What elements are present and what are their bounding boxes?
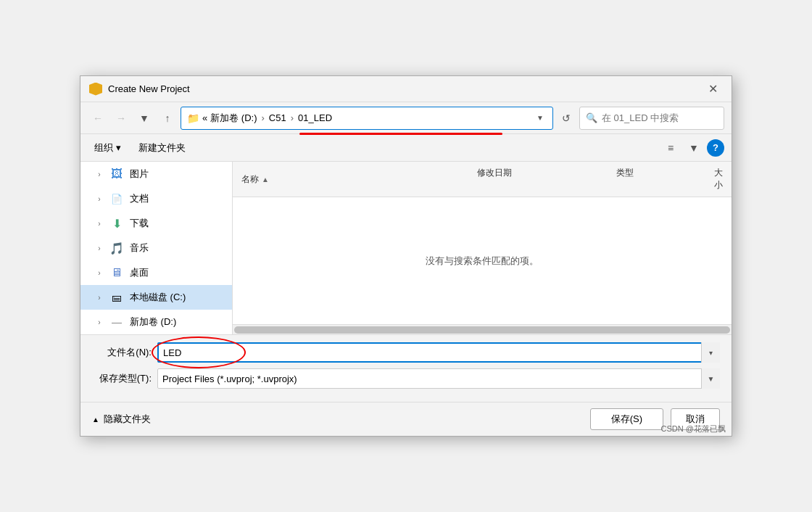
sidebar-label-drive-d: 新加卷 (D:) (130, 315, 176, 329)
file-content-empty: 没有与搜索条件匹配的项。 (233, 197, 732, 324)
hide-folder-toggle[interactable]: ▲ 隐藏文件夹 (92, 413, 151, 426)
navigation-bar: ← → ▼ ↑ 📁 « 新加卷 (D:) › C51 › 01_LED ▼ ↺ … (80, 102, 732, 134)
app-icon (89, 83, 102, 96)
up-button[interactable]: ↑ (157, 108, 178, 128)
watermark: CSDN @花落已飘 (661, 424, 726, 434)
filename-dropdown-button[interactable]: ▾ (701, 342, 720, 363)
forward-button[interactable]: → (111, 108, 131, 128)
col-type-label: 类型 (616, 168, 634, 178)
filetype-row: 保存类型(T): Project Files (*.uvproj; *.uvpr… (92, 368, 720, 389)
action-area: ▲ 隐藏文件夹 保存(S) 取消 (80, 402, 732, 436)
scrollbar-thumb (234, 326, 730, 334)
organize-button[interactable]: 组织 ▾ (88, 139, 128, 157)
search-icon: 🔍 (586, 112, 597, 123)
view-dropdown-button[interactable]: ▼ (684, 138, 704, 158)
sidebar-item-desktop[interactable]: › 🖥 桌面 (80, 260, 232, 285)
dialog-title: Create New Project (108, 83, 190, 94)
hide-folder-arrow: ▲ (92, 416, 99, 424)
col-date-header: 修改日期 (468, 165, 608, 194)
pictures-icon: 🖼 (109, 167, 124, 181)
create-project-dialog: Create New Project ✕ ← → ▼ ↑ 📁 « 新加卷 (D:… (80, 75, 732, 437)
path-prefix: « (202, 112, 207, 123)
path-underline-annotation (299, 133, 502, 135)
music-icon: 🎵 (109, 241, 124, 255)
sidebar-arrow-music: › (95, 244, 104, 252)
horizontal-scrollbar[interactable] (233, 324, 732, 334)
organize-label: 组织 (94, 141, 113, 154)
filename-input[interactable] (157, 342, 720, 363)
desktop-icon: 🖥 (109, 265, 124, 280)
path-sep-1: › (291, 112, 294, 123)
drive-d-icon: — (109, 315, 124, 329)
search-box: 🔍 (579, 107, 724, 130)
file-header: 名称 ▲ 修改日期 类型 大小 (233, 162, 732, 197)
filename-label: 文件名(N): (92, 346, 157, 359)
sidebar: › 🖼 图片 › 📄 文档 › ⬇ 下载 › 🎵 音乐 › 🖥 (80, 162, 233, 334)
filename-row: 文件名(N): ▾ (92, 342, 720, 363)
sidebar-arrow-documents: › (95, 195, 104, 203)
view-toggle-button[interactable]: ≡ (660, 138, 681, 158)
title-bar: Create New Project ✕ (80, 76, 732, 102)
empty-message: 没有与搜索条件匹配的项。 (426, 255, 539, 268)
documents-icon: 📄 (109, 191, 124, 206)
col-size-header: 大小 (705, 165, 732, 194)
form-area: 文件名(N): ▾ 保存类型(T): Project Files (*.uvpr… (80, 334, 732, 402)
drive-c-icon: 🖴 (109, 290, 124, 305)
close-button[interactable]: ✕ (703, 79, 723, 99)
search-input[interactable] (602, 112, 718, 123)
sidebar-label-drive-c: 本地磁盘 (C:) (130, 291, 186, 304)
sidebar-arrow-drive-c: › (95, 294, 104, 302)
sidebar-arrow-downloads: › (95, 220, 104, 228)
title-bar-left: Create New Project (89, 83, 190, 96)
hide-folder-label: 隐藏文件夹 (104, 413, 151, 426)
sidebar-arrow-drive-d: › (95, 318, 104, 326)
path-segment-2: 01_LED (298, 112, 332, 123)
back-button[interactable]: ← (88, 108, 108, 128)
sidebar-arrow-pictures: › (95, 170, 104, 178)
sidebar-label-downloads: 下载 (130, 217, 149, 230)
toolbar-left: 组织 ▾ 新建文件夹 (88, 139, 192, 157)
sidebar-label-music: 音乐 (130, 241, 149, 255)
sidebar-item-pictures[interactable]: › 🖼 图片 (80, 162, 232, 186)
path-dropdown-button[interactable]: ▼ (534, 112, 547, 123)
path-folder-icon: 📁 (187, 112, 199, 124)
sidebar-arrow-desktop: › (95, 269, 104, 277)
filename-input-wrapper: ▾ (157, 342, 720, 363)
sidebar-label-desktop: 桌面 (130, 266, 149, 279)
sidebar-item-music[interactable]: › 🎵 音乐 (80, 236, 232, 260)
path-segment-0: 新加卷 (D:) (210, 112, 257, 125)
toolbar-right: ≡ ▼ ? (660, 138, 724, 158)
col-date-label: 修改日期 (477, 168, 512, 178)
organize-arrow: ▾ (116, 142, 121, 153)
sidebar-label-pictures: 图片 (130, 168, 149, 181)
col-name-label: 名称 (241, 173, 259, 186)
save-button[interactable]: 保存(S) (590, 408, 663, 430)
col-size-label: 大小 (714, 168, 723, 190)
sidebar-item-downloads[interactable]: › ⬇ 下载 (80, 211, 232, 236)
main-area: › 🖼 图片 › 📄 文档 › ⬇ 下载 › 🎵 音乐 › 🖥 (80, 162, 732, 334)
sidebar-item-drive-c[interactable]: › 🖴 本地磁盘 (C:) (80, 285, 232, 310)
toolbar: 组织 ▾ 新建文件夹 ≡ ▼ ? (80, 134, 732, 162)
path-bar: 📁 « 新加卷 (D:) › C51 › 01_LED ▼ (181, 107, 553, 130)
downloads-icon: ⬇ (109, 216, 124, 231)
new-folder-button[interactable]: 新建文件夹 (132, 139, 192, 157)
refresh-button[interactable]: ↺ (556, 108, 576, 128)
path-segment-1: C51 (269, 112, 286, 123)
sidebar-label-documents: 文档 (130, 192, 149, 205)
file-area: 名称 ▲ 修改日期 类型 大小 没有与搜索条件匹配的项。 (233, 162, 732, 334)
sort-arrow: ▲ (262, 176, 269, 183)
path-sep-0: › (262, 112, 265, 123)
col-name-header[interactable]: 名称 ▲ (233, 165, 468, 194)
sidebar-item-documents[interactable]: › 📄 文档 (80, 186, 232, 211)
help-button[interactable]: ? (707, 139, 724, 157)
nav-dropdown-button[interactable]: ▼ (134, 108, 154, 128)
filetype-label: 保存类型(T): (92, 372, 157, 385)
col-type-header: 类型 (608, 165, 705, 194)
filetype-select[interactable]: Project Files (*.uvproj; *.uvprojx) (157, 368, 720, 389)
sidebar-item-drive-d[interactable]: › — 新加卷 (D:) (80, 310, 232, 334)
filetype-select-wrapper: Project Files (*.uvproj; *.uvprojx) ▼ (157, 368, 720, 389)
